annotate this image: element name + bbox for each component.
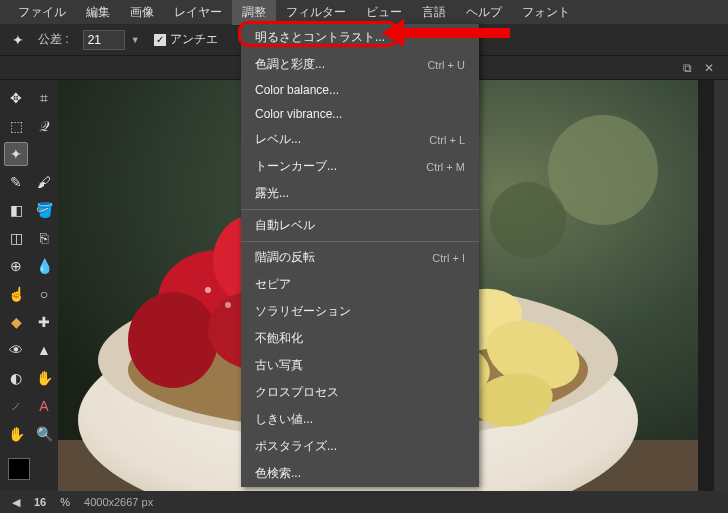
- tolerance-dropdown-icon[interactable]: ▼: [131, 35, 140, 45]
- menu-item-label: しきい値...: [255, 411, 313, 428]
- menu-item[interactable]: 色検索...: [241, 460, 479, 487]
- status-bar: ◀ 16 % 4000x2667 px: [0, 491, 728, 513]
- zoom-tool[interactable]: 🔍: [32, 422, 56, 446]
- vertical-scrollbar[interactable]: [714, 80, 728, 491]
- text-tool[interactable]: A: [32, 394, 56, 418]
- heal-tool[interactable]: ✚: [32, 310, 56, 334]
- adjust-dropdown: 明るさとコントラスト...色調と彩度...Ctrl + UColor balan…: [241, 24, 479, 487]
- crop-tool[interactable]: ⌗: [32, 86, 56, 110]
- menu-separator: [241, 241, 479, 242]
- lasso-tool[interactable]: 𝒬: [32, 114, 56, 138]
- svg-point-12: [225, 302, 231, 308]
- menu-language[interactable]: 言語: [412, 0, 456, 25]
- brush-tool[interactable]: 🖌: [32, 170, 56, 194]
- zoom-unit: %: [60, 496, 70, 508]
- menu-view[interactable]: ビュー: [356, 0, 412, 25]
- menu-item-label: 明るさとコントラスト...: [255, 29, 385, 46]
- antialias-checkbox-wrap[interactable]: ✓ アンチエ: [154, 31, 218, 48]
- zoom-value: 16: [34, 496, 46, 508]
- blur-tool[interactable]: 💧: [32, 254, 56, 278]
- shape-tool[interactable]: ◆: [4, 310, 28, 334]
- gradient-tool[interactable]: ◫: [4, 226, 28, 250]
- move-tool[interactable]: ✥: [4, 86, 28, 110]
- clone-tool[interactable]: ⎘: [32, 226, 56, 250]
- close-tab-icon[interactable]: ✕: [702, 61, 716, 75]
- pencil-tool[interactable]: ✎: [4, 170, 28, 194]
- menu-item[interactable]: 色調と彩度...Ctrl + U: [241, 51, 479, 78]
- menu-item[interactable]: 不飽和化: [241, 325, 479, 352]
- redeye-tool[interactable]: 👁: [4, 338, 28, 362]
- hand-tool[interactable]: ✋: [4, 422, 28, 446]
- menu-item[interactable]: 自動レベル: [241, 212, 479, 239]
- menu-item-label: トーンカーブ...: [255, 158, 337, 175]
- svg-point-1: [548, 115, 658, 225]
- antialias-label: アンチエ: [170, 31, 218, 48]
- menu-separator: [241, 209, 479, 210]
- menu-item-shortcut: Ctrl + U: [427, 59, 465, 71]
- menu-item-label: ソラリゼーション: [255, 303, 351, 320]
- menu-item[interactable]: クロスプロセス: [241, 379, 479, 406]
- menu-item-shortcut: Ctrl + L: [429, 134, 465, 146]
- dodge-tool[interactable]: ◐: [4, 366, 28, 390]
- stamp-tool[interactable]: ⊕: [4, 254, 28, 278]
- smudge-tool[interactable]: ☝: [4, 282, 28, 306]
- menu-item-label: 階調の反転: [255, 249, 315, 266]
- wand-tool[interactable]: ✦: [4, 142, 28, 166]
- menu-item-label: Color balance...: [255, 83, 339, 97]
- eraser-tool[interactable]: ◧: [4, 198, 28, 222]
- menu-item-label: 古い写真: [255, 357, 303, 374]
- menu-item[interactable]: レベル...Ctrl + L: [241, 126, 479, 153]
- menu-item-label: 色調と彩度...: [255, 56, 325, 73]
- eyedropper-tool[interactable]: ⟋: [4, 394, 28, 418]
- tolerance-input[interactable]: [83, 30, 125, 50]
- burn-tool[interactable]: ✋: [32, 366, 56, 390]
- menu-item-label: レベル...: [255, 131, 301, 148]
- menu-item[interactable]: 露光...: [241, 180, 479, 207]
- menu-item[interactable]: 古い写真: [241, 352, 479, 379]
- menu-adjust[interactable]: 調整: [232, 0, 276, 25]
- svg-point-2: [490, 182, 566, 258]
- menu-layer[interactable]: レイヤー: [164, 0, 232, 25]
- sponge-tool[interactable]: ○: [32, 282, 56, 306]
- checkbox-icon: ✓: [154, 34, 166, 46]
- menu-item[interactable]: トーンカーブ...Ctrl + M: [241, 153, 479, 180]
- menu-item-label: 自動レベル: [255, 217, 315, 234]
- menu-item-shortcut: Ctrl + I: [432, 252, 465, 264]
- menu-item[interactable]: Color balance...: [241, 78, 479, 102]
- tools-panel: ✥⌗⬚𝒬✦✎🖌◧🪣◫⎘⊕💧☝○◆✚👁▲◐✋⟋A✋🔍: [0, 80, 58, 491]
- spacer1[interactable]: [32, 142, 56, 166]
- menu-image[interactable]: 画像: [120, 0, 164, 25]
- bucket-tool[interactable]: 🪣: [32, 198, 56, 222]
- menu-item[interactable]: ポスタライズ...: [241, 433, 479, 460]
- nav-left-icon[interactable]: ◀: [12, 496, 20, 509]
- svg-point-11: [205, 287, 211, 293]
- menu-item-label: クロスプロセス: [255, 384, 339, 401]
- menu-item-label: 不飽和化: [255, 330, 303, 347]
- color-swatch[interactable]: [8, 458, 30, 480]
- menu-item[interactable]: セピア: [241, 271, 479, 298]
- sharpen-tool[interactable]: ▲: [32, 338, 56, 362]
- image-dimensions: 4000x2667 px: [84, 496, 153, 508]
- wand-icon: ✦: [12, 32, 24, 48]
- menubar: ファイル 編集 画像 レイヤー 調整 フィルター ビュー 言語 ヘルプ フォント: [0, 0, 728, 24]
- menu-file[interactable]: ファイル: [8, 0, 76, 25]
- menu-font[interactable]: フォント: [512, 0, 580, 25]
- menu-item[interactable]: ソラリゼーション: [241, 298, 479, 325]
- menu-filter[interactable]: フィルター: [276, 0, 356, 25]
- tolerance-label: 公差 :: [38, 31, 69, 48]
- menu-item-label: 色検索...: [255, 465, 301, 482]
- menu-item[interactable]: 明るさとコントラスト...: [241, 24, 479, 51]
- popout-icon[interactable]: ⧉: [680, 61, 694, 75]
- svg-point-8: [128, 292, 218, 388]
- menu-item-shortcut: Ctrl + M: [426, 161, 465, 173]
- menu-item-label: セピア: [255, 276, 291, 293]
- marquee-tool[interactable]: ⬚: [4, 114, 28, 138]
- menu-item[interactable]: しきい値...: [241, 406, 479, 433]
- menu-item-label: Color vibrance...: [255, 107, 342, 121]
- menu-item-label: ポスタライズ...: [255, 438, 337, 455]
- menu-item[interactable]: 階調の反転Ctrl + I: [241, 244, 479, 271]
- menu-item-label: 露光...: [255, 185, 289, 202]
- menu-item[interactable]: Color vibrance...: [241, 102, 479, 126]
- menu-edit[interactable]: 編集: [76, 0, 120, 25]
- menu-help[interactable]: ヘルプ: [456, 0, 512, 25]
